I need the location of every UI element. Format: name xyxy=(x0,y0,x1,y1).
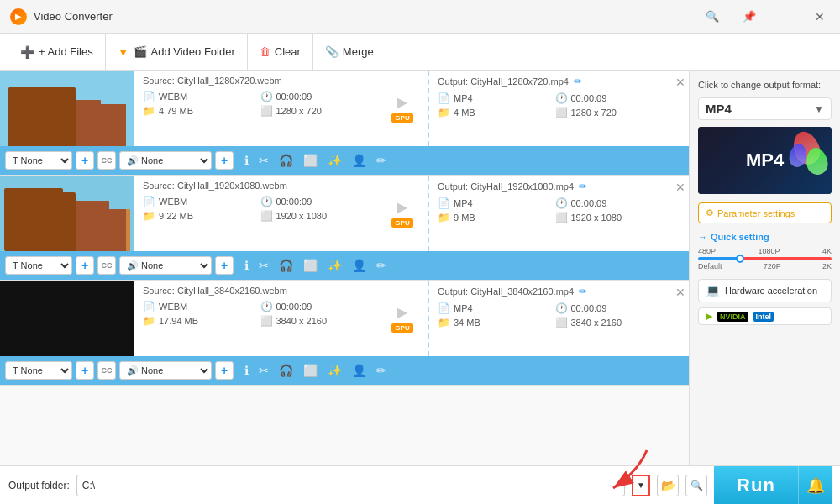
subtitle-btn-3[interactable]: CC xyxy=(97,361,116,380)
preview-output-button[interactable]: 🔍 xyxy=(685,475,707,496)
subtitle-btn-2[interactable]: CC xyxy=(97,256,116,275)
watermark-tool-1[interactable]: 👤 xyxy=(349,152,369,169)
out-size-icon-1: 📁 xyxy=(438,107,450,118)
clock-icon-1: 🕐 xyxy=(260,91,273,102)
nvidia-icon: ▶ xyxy=(706,311,712,322)
audio-select-3[interactable]: 🔊 None xyxy=(119,361,212,380)
text-select-1[interactable]: T None xyxy=(5,151,72,170)
add-text-btn-1[interactable]: + xyxy=(76,151,94,170)
quality-thumb[interactable] xyxy=(736,255,744,263)
clear-button[interactable]: 🗑 Clear xyxy=(248,34,313,70)
mp4-preview-text: MP4 xyxy=(746,150,784,171)
add-text-btn-3[interactable]: + xyxy=(76,361,94,380)
minimize-button[interactable]: — xyxy=(774,8,796,25)
source-label-2: Source: CityHall_1920x1080.webm xyxy=(143,181,369,191)
cut-tool-2[interactable]: ✂ xyxy=(256,257,271,274)
format-preview: MP4 xyxy=(698,127,832,194)
svg-rect-11 xyxy=(0,176,134,251)
search-icon[interactable]: 🔍 xyxy=(701,8,724,25)
svg-rect-5 xyxy=(29,96,38,106)
audio-select-2[interactable]: 🔊 None xyxy=(119,256,212,275)
thumbnail-3 xyxy=(0,281,134,356)
svg-rect-8 xyxy=(29,113,38,123)
edit-tool-2[interactable]: ✏ xyxy=(374,257,389,274)
res-icon-1: ⬜ xyxy=(260,105,273,117)
audio-tool-2[interactable]: 🎧 xyxy=(276,257,296,274)
svg-rect-1 xyxy=(8,87,59,146)
intel-logo: Intel xyxy=(753,312,774,322)
edit-output-icon-2[interactable]: ✏ xyxy=(579,181,587,192)
add-audio-btn-3[interactable]: + xyxy=(215,361,234,380)
svg-rect-18 xyxy=(13,213,21,223)
cut-tool-1[interactable]: ✂ xyxy=(256,152,271,169)
file-item-3: Source: CityHall_3840x2160.webm 📄WEBM 🕐0… xyxy=(0,281,689,386)
text-select-3[interactable]: T None xyxy=(5,361,72,380)
info-tool-2[interactable]: ℹ xyxy=(242,257,251,274)
browse-folder-button[interactable]: 📂 xyxy=(657,475,679,496)
add-folder-button[interactable]: ▼ 🎬 Add Video Folder xyxy=(106,34,248,70)
trash-icon: 🗑 xyxy=(260,45,270,58)
thumbnail-1 xyxy=(0,71,134,146)
crop-tool-3[interactable]: ⬜ xyxy=(301,362,320,379)
svg-rect-6 xyxy=(42,96,50,106)
output-folder-label: Output folder: xyxy=(8,480,70,491)
edit-output-icon-3[interactable]: ✏ xyxy=(579,286,587,297)
format-selector[interactable]: MP4 ▼ xyxy=(698,97,832,120)
info-tool-3[interactable]: ℹ xyxy=(242,362,251,379)
effect-tool-2[interactable]: ✨ xyxy=(325,257,344,274)
effect-tool-1[interactable]: ✨ xyxy=(325,152,344,169)
add-files-button[interactable]: ➕ + Add Files xyxy=(8,34,106,70)
close-btn-3[interactable]: ✕ xyxy=(672,281,689,356)
run-button[interactable]: Run xyxy=(714,466,798,505)
svg-rect-14 xyxy=(113,209,130,251)
gpu-vendor-area: ▶ NVIDIA Intel xyxy=(698,307,832,325)
svg-rect-9 xyxy=(42,113,50,123)
edit-tool-3[interactable]: ✏ xyxy=(374,362,389,379)
path-dropdown-button[interactable]: ▼ xyxy=(632,475,650,496)
text-select-2[interactable]: T None xyxy=(5,256,72,275)
format-hint: Click to change output format: xyxy=(698,79,832,91)
bottom-bar: Output folder: ▼ 📂 🔍 Run 🔔 xyxy=(0,465,840,504)
add-audio-btn-1[interactable]: + xyxy=(215,151,234,170)
close-button[interactable]: ✕ xyxy=(810,8,830,25)
info-tool-1[interactable]: ℹ xyxy=(242,152,251,169)
output-info-3: Output: CityHall_3840x2160.mp4 ✏ 📄MP4 🕐0… xyxy=(428,281,672,356)
add-text-btn-2[interactable]: + xyxy=(76,256,94,275)
file-item-2: Source: CityHall_1920x1080.webm 📄WEBM 🕐0… xyxy=(0,176,689,281)
watermark-tool-2[interactable]: 👤 xyxy=(349,257,369,274)
parameter-settings-button[interactable]: ⚙ Parameter settings xyxy=(698,202,832,223)
chevron-down-icon: ▼ xyxy=(814,103,824,115)
file-toolbar-2: T None + CC 🔊 None + ℹ ✂ 🎧 ⬜ ✨ 👤 ✏ xyxy=(0,251,689,280)
svg-rect-12 xyxy=(4,188,63,251)
audio-tool-3[interactable]: 🎧 xyxy=(276,362,296,379)
quality-track xyxy=(698,257,832,260)
svg-rect-20 xyxy=(38,213,46,223)
quick-setting-label: → Quick setting xyxy=(698,232,832,242)
pin-icon[interactable]: 📌 xyxy=(738,8,761,25)
output-path-input[interactable] xyxy=(76,475,625,496)
add-audio-btn-2[interactable]: + xyxy=(215,256,234,275)
subtitle-btn-1[interactable]: CC xyxy=(97,151,116,170)
arrow-col-1: ▶ GPU xyxy=(377,71,428,146)
edit-tool-1[interactable]: ✏ xyxy=(374,152,389,169)
titlebar: ▶ Video Converter 🔍 📌 — ✕ xyxy=(0,0,840,34)
watermark-tool-3[interactable]: 👤 xyxy=(349,362,369,379)
alarm-button[interactable]: 🔔 xyxy=(798,466,832,505)
cut-tool-3[interactable]: ✂ xyxy=(256,362,271,379)
crop-tool-2[interactable]: ⬜ xyxy=(301,257,320,274)
file-item-1: Source: CityHall_1280x720.webm 📄WEBM 🕐00… xyxy=(0,71,689,176)
effect-tool-3[interactable]: ✨ xyxy=(325,362,344,379)
gpu-badge-2: GPU xyxy=(391,218,412,228)
svg-rect-19 xyxy=(25,213,34,223)
close-btn-2[interactable]: ✕ xyxy=(672,176,689,251)
audio-select-1[interactable]: 🔊 None xyxy=(119,151,212,170)
hw-accel-toggle[interactable]: 💻 Hardware acceleration xyxy=(698,279,832,302)
file-toolbar-1: T None + CC 🔊 None + ℹ ✂ 🎧 ⬜ ✨ 👤 ✏ xyxy=(0,146,689,175)
crop-tool-1[interactable]: ⬜ xyxy=(301,152,320,169)
settings-icon: ⚙ xyxy=(706,207,714,218)
merge-button[interactable]: 📎 Merge xyxy=(313,34,386,70)
svg-rect-2 xyxy=(67,100,101,146)
edit-output-icon-1[interactable]: ✏ xyxy=(574,76,582,87)
close-btn-1[interactable]: ✕ xyxy=(672,71,689,146)
audio-tool-1[interactable]: 🎧 xyxy=(276,152,296,169)
